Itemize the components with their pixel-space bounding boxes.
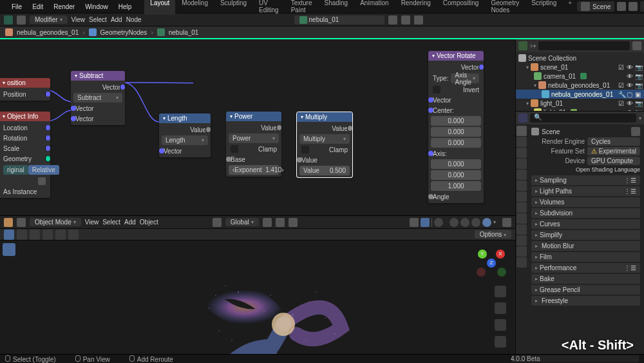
tab-rendering[interactable]: Rendering <box>395 0 437 15</box>
ptab-viewlayer[interactable] <box>516 148 527 158</box>
cursor-tool-icon[interactable] <box>3 243 15 256</box>
editor-type-icon[interactable] <box>518 41 527 50</box>
node-tree-type-icon[interactable] <box>17 15 26 25</box>
unlink-icon[interactable] <box>414 15 423 25</box>
tool-icon[interactable] <box>30 230 40 240</box>
viewlayer-selector[interactable]: ViewLayer <box>640 1 644 12</box>
mode-dropdown[interactable]: Power▾ <box>229 133 279 143</box>
tab-texture[interactable]: Texture Paint <box>285 0 318 15</box>
panel-volumes[interactable]: ▸Volumes <box>531 197 640 207</box>
checkbox-icon[interactable]: ☑ <box>618 82 625 88</box>
mode-dropdown[interactable]: Object Mode▾ <box>30 218 81 226</box>
render-icon[interactable]: 📷 <box>635 100 641 106</box>
panel-sampling[interactable]: ▸Sampling⋮☰ <box>531 175 640 185</box>
panel-motion-blur[interactable]: ▸Motion Blur <box>531 241 640 251</box>
properties-search[interactable]: 🔍 <box>530 113 636 123</box>
modifier-dropdown[interactable]: Modifier▾ <box>30 15 68 24</box>
render-icon[interactable]: 📷 <box>635 64 641 70</box>
snap-icon[interactable] <box>276 218 285 227</box>
gizmo-neg[interactable] <box>497 268 506 277</box>
panel-curves[interactable]: ▸Curves <box>531 219 640 229</box>
options-dropdown[interactable]: ▾ <box>639 115 641 121</box>
type-dropdown[interactable]: Axis Angle▾ <box>451 74 479 83</box>
tab-shading[interactable]: Shading <box>318 0 354 15</box>
outliner-row-collection[interactable]: ▾light_01☑👁📷 <box>516 99 644 108</box>
ptab-particle[interactable] <box>516 202 527 213</box>
tool-icon[interactable] <box>17 230 27 240</box>
ptab-modifier[interactable] <box>516 191 527 202</box>
panel-light-paths[interactable]: ▸Light Paths⋮☰ <box>531 186 640 196</box>
ptab-data[interactable] <box>516 235 527 246</box>
proportional-icon[interactable] <box>289 218 298 227</box>
vpmenu-select[interactable]: Select <box>102 219 120 226</box>
zoom-icon[interactable] <box>495 286 506 297</box>
tab-geonodes[interactable]: Geometry Nodes <box>485 0 525 15</box>
scene-new-button[interactable] <box>617 2 626 11</box>
xray-icon[interactable] <box>434 218 443 227</box>
shading-wireframe[interactable] <box>450 218 459 227</box>
tab-compositing[interactable]: Compositing <box>437 0 485 15</box>
add-workspace-button[interactable]: + <box>563 0 577 15</box>
node-vector-rotate[interactable]: ▾Vector Rotate Vector Type:Axis Angle▾ I… <box>428 51 484 203</box>
panel-grease-pencil[interactable]: ▸Grease Pencil <box>531 285 640 295</box>
checkbox-icon[interactable]: ☑ <box>618 64 625 70</box>
mode-dropdown[interactable]: Subtract▾ <box>73 93 122 103</box>
crumb-1[interactable]: GeometryNodes <box>100 29 147 36</box>
vpmenu-object[interactable]: Object <box>140 219 158 226</box>
panel-options-icon[interactable]: ⋮☰ <box>624 177 636 184</box>
ptab-render[interactable] <box>516 126 527 136</box>
mode-icon[interactable] <box>17 218 26 227</box>
node-subtract[interactable]: ▾Subtract Vector Subtract▾ Vector Vector <box>71 71 125 125</box>
move-icon[interactable] <box>495 302 506 314</box>
checkbox-icon[interactable]: ☑ <box>618 100 625 106</box>
mode-dropdown[interactable]: Multiply▾ <box>299 134 350 144</box>
tab-sculpting[interactable]: Sculpting <box>214 0 252 15</box>
btn-original[interactable]: riginal <box>3 165 28 175</box>
feature-set-dropdown[interactable]: ⚠ Experimental <box>587 147 640 155</box>
render-icon[interactable]: 📷 <box>635 73 641 79</box>
pin-icon[interactable] <box>388 15 397 25</box>
pivot-icon[interactable] <box>263 218 272 227</box>
node-multiply[interactable]: ▾Multiply Value Multiply▾ Clamp Value Va… <box>297 112 352 177</box>
outliner-row-collection[interactable]: ▾scene_01☑👁📷 <box>516 63 644 72</box>
select-box-tool-icon[interactable] <box>4 230 14 240</box>
render-icon[interactable]: 📷 <box>635 82 641 88</box>
gizmo-neg[interactable] <box>477 268 486 277</box>
tool-icon[interactable] <box>68 230 79 240</box>
exponent-field[interactable]: ‹Exponent 1.410› <box>229 165 279 175</box>
panel-performance[interactable]: ▸Performance⋮☰ <box>531 263 640 273</box>
gizmo-toggle-icon[interactable] <box>410 218 419 227</box>
ptab-scene[interactable] <box>516 159 527 169</box>
display-icon[interactable]: ▢ <box>627 91 633 97</box>
render-icon[interactable]: ▣ <box>635 91 641 97</box>
viewport-pause-icon[interactable] <box>502 218 511 227</box>
eye-icon[interactable]: 👁 <box>627 73 633 79</box>
tab-animation[interactable]: Animation <box>354 0 394 15</box>
center-z[interactable]: 0.000 <box>431 138 481 148</box>
btn-relative[interactable]: Relative <box>28 165 59 175</box>
ptab-texture[interactable] <box>516 257 527 268</box>
panel-freestyle[interactable]: ▸Freestyle <box>531 296 640 306</box>
panel-subdivision[interactable]: ▸Subdivision <box>531 208 640 218</box>
shading-rendered[interactable] <box>482 218 491 227</box>
shading-options[interactable]: ▾ <box>493 219 496 225</box>
eye-icon[interactable]: 👁 <box>627 100 633 106</box>
ptab-physics[interactable] <box>516 213 527 224</box>
menu-render[interactable]: Render <box>48 2 80 12</box>
panel-options-icon[interactable]: ⋮☰ <box>624 264 636 271</box>
shading-material[interactable] <box>471 218 480 227</box>
tool-icon[interactable] <box>43 230 53 240</box>
outliner-row-modifier[interactable]: nebula_geonodes_01🔧▢▣ <box>516 90 644 99</box>
panel-film[interactable]: ▸Film <box>531 252 640 262</box>
fake-user-icon[interactable] <box>401 15 410 25</box>
nodemenu-select[interactable]: Select <box>89 16 107 23</box>
nav-gizmo[interactable]: X Y Z <box>477 247 509 279</box>
nodemenu-view[interactable]: View <box>71 16 86 23</box>
panel-simplify[interactable]: ▸Simplify <box>531 230 640 240</box>
axis-y[interactable]: 0.000 <box>431 170 481 180</box>
perspective-icon[interactable] <box>495 336 506 348</box>
value-field[interactable]: Value0.500 <box>299 166 350 175</box>
orientation-icon[interactable] <box>213 218 222 227</box>
tab-scripting[interactable]: Scripting <box>526 0 562 15</box>
outliner[interactable]: Scene Collection ▾scene_01☑👁📷 camera_01👁… <box>516 52 644 112</box>
